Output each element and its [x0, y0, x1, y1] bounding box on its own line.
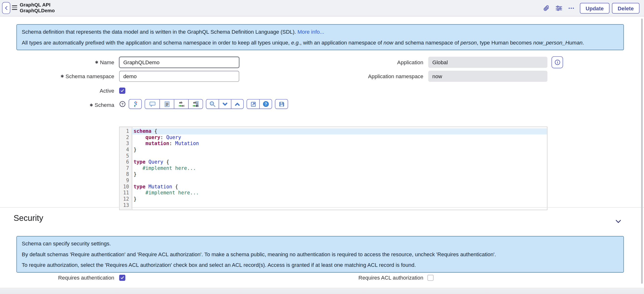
format-group	[129, 99, 142, 109]
save-button[interactable]	[275, 100, 288, 109]
code-line: 7 #implement here...	[120, 165, 547, 172]
svg-text:?: ?	[264, 102, 267, 106]
more-ellipsis-icon[interactable]	[565, 2, 578, 15]
more-info-link[interactable]: More info...	[298, 29, 324, 35]
editor-help-icon[interactable]: ?	[119, 101, 126, 107]
open-in-new-window-icon	[250, 101, 256, 107]
code-line: 4}	[120, 147, 547, 153]
back-chevron-icon	[4, 6, 8, 10]
replace-icon: abac	[178, 101, 184, 107]
save-group	[275, 99, 288, 109]
application-namespace-field: now	[428, 71, 548, 82]
find-next-button[interactable]	[218, 100, 231, 109]
code-line: 3 mutation: Mutation	[120, 141, 547, 147]
page-background	[0, 288, 644, 294]
code-line: 5	[120, 153, 547, 159]
banner-line1: Schema definition that represents the da…	[22, 29, 296, 35]
code-line: 1schema {	[120, 128, 547, 135]
code-line: 2 query: Query	[120, 135, 547, 141]
required-marker: ✱	[95, 60, 98, 64]
search-group	[206, 99, 244, 109]
application-namespace-label: Application namespace	[239, 73, 424, 79]
code-line: 12}	[120, 196, 547, 202]
schema-info-banner: Schema definition that represents the da…	[16, 24, 624, 50]
schema-namespace-label: ✱ Schema namespace	[0, 73, 114, 79]
info-icon	[554, 59, 560, 66]
security-info-banner: Schema can specify security settings. By…	[16, 236, 624, 272]
svg-text:ab: ab	[179, 101, 182, 104]
application-field: Global	[428, 57, 548, 68]
required-marker: ✱	[90, 103, 93, 107]
line-number: 9	[120, 178, 132, 184]
form-header-bar: GraphQL API GraphQLDemo Update Delete	[0, 0, 644, 16]
name-input[interactable]	[119, 57, 239, 68]
line-number: 2	[120, 135, 132, 141]
find-previous-icon	[234, 101, 240, 107]
banner-line2: All types are automatically prefixed wit…	[22, 40, 618, 46]
line-number: 11	[120, 190, 132, 196]
requires-acl-authorization-checkbox[interactable]	[427, 275, 434, 281]
sliders-icon[interactable]	[552, 2, 565, 15]
code-token: schema	[134, 128, 151, 134]
comment-toggle-icon	[149, 101, 156, 107]
window-help-group: ?	[246, 99, 272, 109]
line-number: 10	[120, 184, 132, 190]
requires-acl-authorization-label: Requires ACL authorization	[125, 275, 423, 281]
svg-text:ac: ac	[196, 104, 199, 107]
line-number: 1	[120, 128, 132, 135]
record-name: GraphQLDemo	[20, 8, 55, 14]
svg-text:ac: ac	[182, 104, 185, 107]
comment-replace-group: abac abac	[145, 99, 203, 109]
help-reference-icon: ?	[262, 101, 269, 107]
line-number: 4	[120, 147, 132, 153]
format-code-icon	[132, 101, 138, 107]
schema-label: ✱ Schema	[0, 102, 114, 109]
code-line: 9	[120, 178, 547, 184]
save-icon	[278, 101, 285, 107]
schema-code-editor[interactable]: 1schema { 2 query: Query 3 mutation: Mut…	[119, 127, 548, 210]
active-label: Active	[0, 88, 114, 94]
comment-toggle-button[interactable]	[145, 100, 160, 109]
security-banner-line2: By default schemas 'Require authenticati…	[22, 251, 618, 257]
schema-namespace-input[interactable]	[119, 71, 239, 82]
comment-block-icon	[164, 101, 170, 107]
menu-icon[interactable]	[12, 5, 17, 10]
replace-all-icon: abac	[192, 101, 199, 107]
line-number: 5	[120, 153, 132, 159]
required-marker: ✱	[60, 74, 64, 78]
find-previous-button[interactable]	[231, 100, 243, 109]
code-line: 8}	[120, 172, 547, 178]
find-next-icon	[222, 101, 228, 107]
name-label: ✱ Name	[0, 59, 114, 66]
vertical-scrollbar[interactable]	[641, 19, 643, 284]
help-reference-button[interactable]: ?	[259, 100, 272, 109]
security-banner-line3: To require authorization, select the 'Re…	[22, 262, 618, 268]
requires-authentication-checkbox[interactable]	[119, 275, 126, 281]
security-collapse-chevron-icon[interactable]	[615, 218, 622, 225]
format-code-button[interactable]	[129, 100, 142, 109]
line-number: 13	[120, 202, 132, 209]
back-button[interactable]	[2, 2, 10, 14]
replace-all-button[interactable]: abac	[188, 100, 203, 109]
search-button[interactable]	[206, 100, 218, 109]
line-number: 7	[120, 165, 132, 172]
update-button[interactable]: Update	[580, 3, 609, 14]
application-label: Application	[239, 59, 424, 66]
code-line: 10type Mutation {	[120, 184, 547, 190]
application-info-button[interactable]	[552, 56, 563, 68]
svg-text:?: ?	[122, 102, 124, 106]
svg-text:ab: ab	[193, 101, 196, 104]
comment-block-button[interactable]	[160, 100, 174, 109]
line-number: 3	[120, 141, 132, 147]
open-in-new-window-button[interactable]	[247, 100, 259, 109]
active-checkbox[interactable]	[119, 88, 126, 94]
form-panel: Schema definition that represents the da…	[0, 16, 644, 288]
code-token: {	[152, 128, 158, 134]
line-number: 12	[120, 196, 132, 202]
record-type: GraphQL API	[20, 2, 55, 8]
replace-button[interactable]: abac	[174, 100, 188, 109]
paperclip-icon[interactable]	[540, 2, 552, 15]
delete-button[interactable]: Delete	[612, 3, 640, 14]
line-number: 6	[120, 159, 132, 165]
code-line: 13	[120, 202, 547, 209]
